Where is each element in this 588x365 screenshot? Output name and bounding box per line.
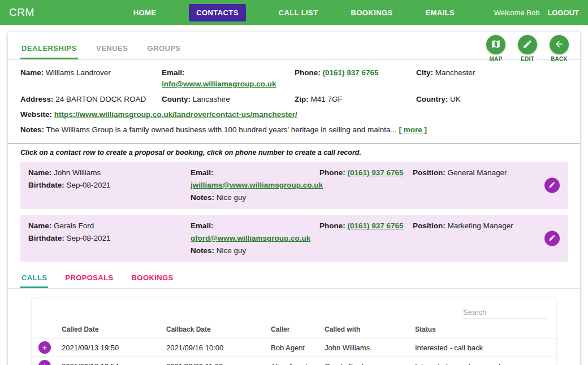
subtab-bookings[interactable]: BOOKINGS (131, 268, 175, 288)
position-label: Position: (413, 221, 446, 230)
called-with-cell: Gerals Ford (320, 357, 410, 365)
dealership-city-field: City: Manchester (416, 67, 568, 90)
icon-column-header (32, 320, 57, 338)
table-header-row: Called Date Callback Date Caller Called … (32, 320, 556, 338)
dealership-details: Name: Williams Landrover Email: info@www… (8, 60, 580, 138)
dealership-address: 24 BARTON DOCK ROAD (55, 95, 146, 103)
tab-dealerships[interactable]: DEALERSHIPS (20, 37, 78, 59)
column-header-called-date: Called Date (57, 320, 162, 338)
contact-col-email: Email: jwilliams@www.williamsgroup.co.uk… (191, 167, 319, 204)
dealership-phone-field: Phone: (0161) 937 6765 (295, 67, 416, 90)
logout-button[interactable]: LOGOUT (547, 8, 579, 17)
caller-cell: Alice Agent (266, 357, 320, 365)
contact-notes: Nice guy (217, 193, 247, 202)
nav-item-home[interactable]: HOME (133, 8, 157, 17)
dealership-website-link[interactable]: https://www.williamsgroup.co.uk/landrove… (54, 110, 297, 119)
back-button[interactable] (550, 35, 569, 54)
top-nav: CRM HOME CONTACTS CALL LIST BOOKINGS EMA… (0, 0, 588, 25)
dealership-email-link[interactable]: info@www.williamsgroup.co.uk (162, 80, 276, 88)
call-row: + 2021/09/13 19:50 2021/09/16 10:00 Bob … (32, 338, 556, 357)
callback-date-cell: 2021/09/16 10:00 (162, 338, 266, 357)
dealership-zip-field: Zip: M41 7GF (295, 94, 416, 105)
dealership-notes: The Williams Group is a family owned bus… (46, 125, 397, 134)
plus-icon: + (42, 362, 47, 365)
subtab-calls[interactable]: CALLS (20, 268, 48, 288)
contact-notes: Nice guy (217, 246, 247, 255)
notes-label: Notes: (191, 246, 214, 255)
contact-col-phone: Phone: (0161) 937 6765 (319, 220, 413, 232)
county-label: County: (162, 95, 191, 103)
email-label: Email: (191, 168, 214, 177)
pencil-icon (522, 39, 533, 51)
status-cell: Interested - call back (410, 338, 556, 357)
contact-email-link[interactable]: jwilliams@www.williamsgroup.co.uk (191, 181, 323, 189)
contact-edit-button[interactable] (544, 178, 560, 193)
contact-col-name: Name: John Williams Birthdate: Sep-08-20… (28, 167, 191, 192)
contact-position: Marketing Manager (448, 221, 513, 230)
notes-more-link[interactable]: [ more ] (399, 125, 427, 134)
pencil-icon (548, 234, 556, 243)
dealership-city: Manchester (435, 68, 475, 77)
plus-icon: + (42, 343, 47, 351)
contact-col-name: Name: Gerals Ford Birthdate: Sep-08-2021 (28, 220, 191, 245)
tab-groups[interactable]: GROUPS (146, 37, 181, 59)
edit-button-label: EDIT (521, 56, 534, 62)
contact-row-john-williams[interactable]: Name: John Williams Birthdate: Sep-08-20… (20, 162, 568, 209)
record-subtabs: CALLS PROPOSALS BOOKINGS (8, 268, 580, 289)
position-label: Position: (413, 168, 446, 177)
email-label: Email: (162, 68, 185, 77)
dealership-address-field: Address: 24 BARTON DOCK ROAD (20, 94, 162, 105)
phone-label: Phone: (319, 221, 345, 230)
dealership-email-field: Email: info@www.williamsgroup.co.uk (162, 67, 295, 90)
search-input[interactable] (462, 306, 547, 319)
calls-table-card: Called Date Callback Date Caller Called … (32, 298, 556, 365)
tab-venues[interactable]: VENUES (95, 37, 129, 59)
edit-action: EDIT (516, 35, 539, 62)
zip-label: Zip: (295, 95, 309, 103)
nav-item-emails[interactable]: EMAILS (426, 8, 455, 17)
nav-item-bookings[interactable]: BOOKINGS (351, 8, 393, 17)
contact-email-link[interactable]: gford@www.williamsgroup.co.uk (191, 234, 310, 242)
contact-phone-link[interactable]: (0161) 937 6765 (348, 168, 404, 177)
main-card: DEALERSHIPS VENUES GROUPS MAP EDIT BACK (8, 32, 580, 365)
notes-label: Notes: (20, 125, 44, 134)
app-brand: CRM (9, 6, 94, 19)
search-row (32, 298, 556, 320)
callback-date-cell: 2021/09/30 11:00 (162, 357, 266, 365)
contact-phone-link[interactable]: (0161) 937 6765 (348, 221, 404, 230)
add-call-button[interactable]: + (38, 341, 51, 354)
contact-row-gerals-ford[interactable]: Name: Gerals Ford Birthdate: Sep-08-2021… (20, 215, 568, 262)
calls-table: Called Date Callback Date Caller Called … (32, 320, 556, 365)
contact-edit-button[interactable] (544, 231, 560, 246)
column-header-caller: Caller (266, 320, 320, 338)
map-button[interactable] (486, 35, 505, 54)
contacts-hint: Click on a contact row to create a propo… (8, 144, 580, 162)
dealership-phone-link[interactable]: (0161) 937 6765 (323, 68, 379, 77)
page-actions: MAP EDIT BACK (484, 35, 571, 62)
contact-name: Gerals Ford (54, 221, 94, 230)
phone-label: Phone: (295, 68, 321, 77)
contact-name: John Williams (54, 168, 101, 177)
dealership-notes-field: Notes: The Williams Group is a family ow… (20, 124, 568, 136)
column-header-callback-date: Callback Date (162, 320, 266, 338)
subtab-proposals[interactable]: PROPOSALS (64, 268, 114, 288)
dealership-zip: M41 7GF (311, 95, 343, 103)
add-call-button[interactable]: + (38, 360, 51, 365)
country-label: Country: (416, 95, 448, 103)
back-button-label: BACK (551, 56, 568, 62)
contact-col-position: Position: General Manager (413, 167, 560, 179)
name-label: Name: (28, 168, 51, 177)
nav-item-call-list[interactable]: CALL LIST (279, 8, 318, 17)
edit-button[interactable] (518, 35, 537, 54)
notes-label: Notes: (191, 193, 214, 202)
name-label: Name: (20, 68, 44, 77)
name-label: Name: (28, 221, 51, 230)
contact-birthdate: Sep-08-2021 (67, 234, 111, 242)
called-with-cell: John Williams (320, 338, 410, 357)
called-date-cell: 2021/09/13 19:54 (57, 357, 162, 365)
nav-item-contacts[interactable]: CONTACTS (189, 4, 245, 21)
dealership-county: Lancashire (193, 95, 230, 103)
email-label: Email: (191, 221, 214, 230)
called-date-cell: 2021/09/13 19:50 (57, 338, 162, 357)
welcome-text: Welcome Bob (494, 8, 540, 17)
